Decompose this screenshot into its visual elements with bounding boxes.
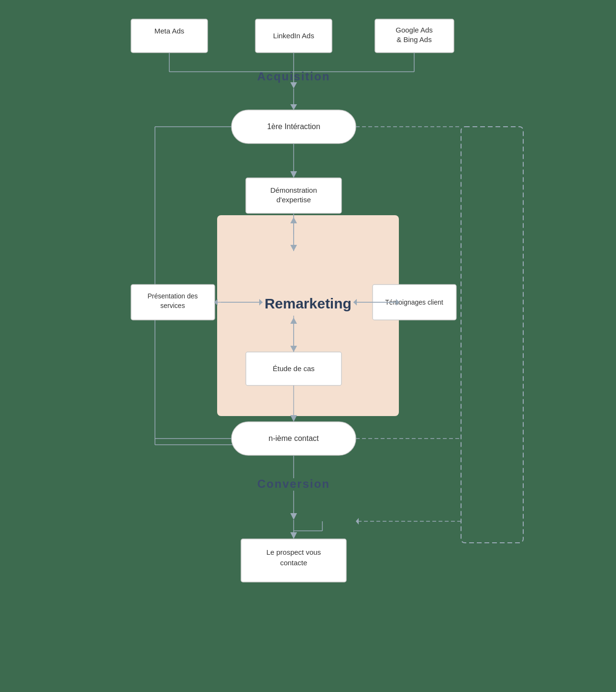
svg-marker-47 <box>356 518 359 525</box>
svg-rect-1 <box>131 19 208 53</box>
services-line2: services <box>160 302 185 309</box>
remarketing-label: Remarketing <box>264 296 352 311</box>
acquisition-label: Acquisition <box>257 70 330 83</box>
prospect-line1: Le prospect vous <box>266 548 321 556</box>
linkedin-ads-label: LinkedIn Ads <box>273 32 314 40</box>
nth-contact-label: n-ième contact <box>269 434 319 442</box>
conversion-label: Conversion <box>257 477 330 490</box>
svg-marker-14 <box>290 171 297 178</box>
svg-rect-0 <box>461 127 523 543</box>
demonstration-line1: Démonstration <box>270 186 317 194</box>
demonstration-line2: d'expertise <box>276 196 311 204</box>
meta-ads-label: Meta Ads <box>154 27 185 35</box>
first-interaction-label: 1ère Intéraction <box>267 122 320 131</box>
google-ads-line1: Google Ads <box>396 26 433 34</box>
svg-rect-18 <box>217 215 399 416</box>
google-ads-line2: & Bing Ads <box>396 35 431 44</box>
svg-marker-11 <box>290 104 297 110</box>
main-diagram-svg: Meta Ads LinkedIn Ads Google Ads & Bing … <box>69 14 547 692</box>
svg-marker-49 <box>290 513 297 520</box>
diagram-container: Meta Ads LinkedIn Ads Google Ads & Bing … <box>93 10 523 692</box>
services-line1: Présentation des <box>147 292 198 300</box>
case-study-label: Étude de cas <box>273 364 315 373</box>
svg-marker-53 <box>290 532 297 539</box>
svg-marker-9 <box>290 82 297 88</box>
prospect-line2: contacte <box>280 559 308 567</box>
svg-marker-41 <box>290 415 297 422</box>
